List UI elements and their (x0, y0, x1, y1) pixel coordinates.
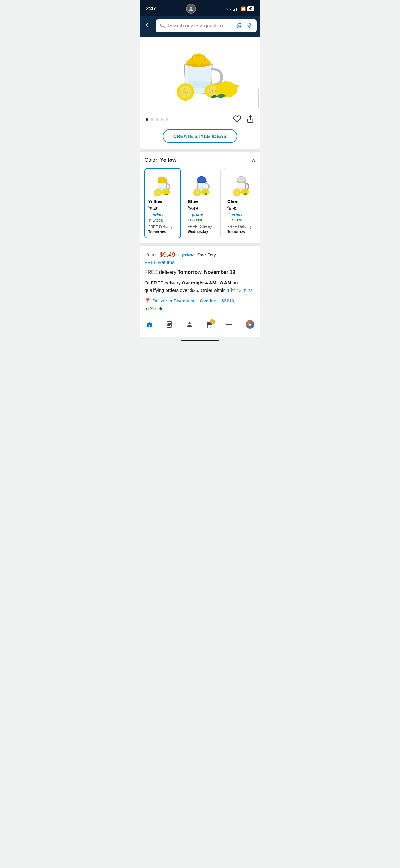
color-header: Color: Yellow ∧ (144, 157, 256, 164)
variant-blue-image (188, 172, 215, 196)
create-style-ideas-button[interactable]: CREATE STYLE IDEAS (163, 129, 237, 143)
variant-clear-stock: In Stock (227, 218, 256, 222)
home-indicator (181, 340, 219, 341)
search-actions (236, 22, 253, 29)
variant-yellow-price: $9.49 (148, 206, 177, 211)
variant-clear-name: Clear (227, 199, 256, 204)
svg-rect-40 (168, 324, 171, 325)
selected-color-value: Yellow (160, 157, 176, 163)
price-label: Price: (144, 252, 157, 258)
svg-point-30 (195, 190, 200, 195)
variant-clear-image (227, 172, 255, 196)
svg-point-36 (234, 190, 239, 195)
battery-level: 42 (247, 6, 254, 11)
variant-blue-prime: ✓prime (188, 212, 218, 217)
variant-yellow[interactable]: Yellow $9.49 ✓prime In Stock FREE Delive… (144, 168, 181, 239)
status-right: ⏦⏦ 📶 42 (226, 6, 254, 11)
variant-clear[interactable]: Clear $9.95 ✓prime In Stock FREE Deliver… (224, 168, 256, 239)
bottom-navigation: 1 (139, 316, 261, 337)
svg-point-22 (158, 177, 167, 183)
nav-orders[interactable] (166, 321, 173, 328)
image-actions (233, 115, 254, 124)
clear-juicer-image (228, 172, 255, 196)
dot-1[interactable] (146, 118, 148, 121)
product-image-container (139, 37, 261, 111)
image-dots (146, 118, 168, 121)
nav-cart[interactable]: 1 (206, 321, 213, 328)
camera-search-icon[interactable] (236, 22, 243, 29)
menu-icon (226, 321, 233, 328)
image-controls (139, 111, 261, 124)
variant-blue-price: $9.49 (188, 205, 218, 211)
back-button[interactable] (143, 20, 153, 31)
variant-blue-stock: In Stock (188, 218, 218, 222)
dot-2[interactable] (151, 118, 153, 121)
svg-point-34 (237, 176, 245, 183)
color-label: Color: Yellow (144, 157, 176, 163)
color-prefix: Color: (144, 157, 159, 163)
status-bar: 2:47 ⏦⏦ 📶 42 (139, 0, 261, 16)
deliver-to-link[interactable]: Deliver to Riverstone - Overlan... 66210 (153, 298, 234, 303)
blue-juicer-image (188, 172, 215, 196)
nav-account[interactable] (186, 321, 193, 328)
home-icon (146, 321, 153, 328)
color-variants-list: Yellow $9.49 ✓prime In Stock FREE Delive… (144, 168, 256, 243)
variant-yellow-delivery: FREE DeliveryTomorrow (148, 224, 177, 235)
signal-bars (233, 6, 238, 11)
variant-clear-prime: ✓prime (227, 212, 256, 217)
variant-yellow-name: Yellow (148, 199, 177, 204)
color-collapse-button[interactable]: ∧ (252, 157, 256, 164)
search-icon (159, 23, 166, 29)
location-icon: 📍 (144, 298, 151, 304)
variant-clear-delivery: FREE DeliveryTomorrow (227, 224, 256, 235)
prime-label-main: prime (182, 252, 195, 257)
avatar (186, 4, 196, 14)
search-placeholder: Search or ask a question (168, 23, 234, 29)
voicemail-icon: ⏦⏦ (226, 6, 231, 11)
svg-rect-0 (237, 24, 242, 28)
overnight-window: Overnight 4 AM - 8 AM (182, 280, 231, 285)
variant-yellow-image (148, 172, 176, 196)
nav-menu[interactable] (226, 321, 233, 328)
delivery-alternate: Or FREE delivery Overnight 4 AM - 8 AM o… (144, 279, 256, 294)
dot-5[interactable] (166, 118, 168, 121)
deliver-to-row[interactable]: 📍 Deliver to Riverstone - Overlan... 662… (144, 298, 256, 304)
variant-blue-name: Blue (188, 199, 218, 204)
variant-blue[interactable]: Blue $9.49 ✓prime In Stock FREE Delivery… (184, 168, 221, 239)
nav-ai[interactable] (245, 320, 254, 329)
variant-clear-price: $9.95 (227, 205, 256, 211)
free-returns-link[interactable]: FREE Returns (144, 259, 256, 265)
cart-badge: 1 (210, 319, 215, 324)
svg-point-24 (155, 190, 160, 195)
price-section: Price: $9.49 ✓ prime One-Day FREE Return… (139, 246, 261, 316)
yellow-juicer-image (148, 172, 176, 196)
orders-icon (166, 321, 173, 328)
status-center (186, 4, 196, 14)
price-amount: $9.49 (160, 251, 175, 258)
wishlist-button[interactable] (233, 115, 241, 124)
microphone-icon[interactable] (246, 22, 253, 29)
delivery-date: Tomorrow, November 19 (178, 270, 235, 275)
svg-point-1 (239, 25, 241, 27)
variant-yellow-prime: ✓prime (148, 212, 177, 217)
prime-badge-main: ✓ prime (178, 252, 195, 257)
nav-home[interactable] (146, 321, 153, 328)
price-row: Price: $9.49 ✓ prime One-Day (144, 251, 256, 258)
in-stock-label: In Stock (144, 306, 256, 312)
status-time: 2:47 (146, 6, 156, 12)
svg-rect-41 (168, 326, 170, 326)
ai-assistant-icon (245, 320, 254, 329)
product-image-section: CREATE STYLE IDEAS (139, 37, 261, 149)
svg-point-28 (197, 176, 206, 183)
variant-yellow-stock: In Stock (148, 218, 177, 223)
dot-4[interactable] (161, 118, 163, 121)
share-button[interactable] (246, 115, 254, 124)
one-day-delivery: One-Day (197, 252, 216, 257)
search-header: Search or ask a question (139, 16, 261, 37)
wifi-icon: 📶 (240, 6, 245, 11)
section-divider-2 (139, 243, 261, 246)
svg-rect-18 (258, 89, 259, 108)
account-icon (186, 321, 193, 328)
dot-3[interactable] (156, 118, 158, 121)
search-bar[interactable]: Search or ask a question (156, 19, 257, 32)
